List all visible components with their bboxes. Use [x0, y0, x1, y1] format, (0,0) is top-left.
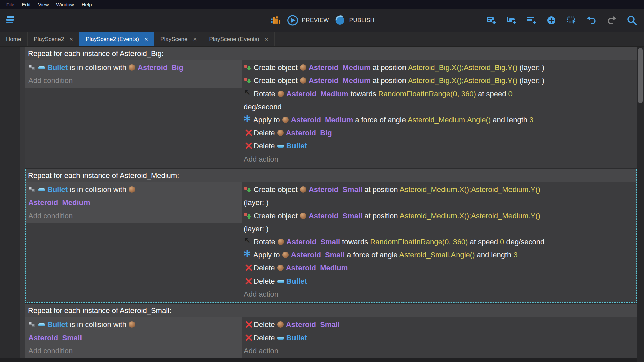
redo-button[interactable]	[606, 14, 618, 26]
build-icon	[270, 15, 282, 26]
menu-edit[interactable]: Edit	[18, 2, 34, 7]
event-repeat-header[interactable]: Repeat for each instance of Asteroid_Med…	[25, 169, 637, 182]
vertical-scrollbar[interactable]	[637, 47, 644, 362]
close-icon[interactable]: ×	[69, 36, 73, 42]
text-segment: at position	[362, 185, 399, 194]
add-circle-button[interactable]	[545, 14, 557, 26]
build-button[interactable]	[270, 14, 282, 26]
asteroid-icon	[300, 186, 306, 193]
event-block-asteroid-small[interactable]: Repeat for each instance of Asteroid_Sma…	[25, 304, 637, 359]
action-row[interactable]: Apply to Asteroid_Medium a force of angl…	[241, 113, 637, 126]
add-action-link[interactable]: Add action	[241, 344, 637, 357]
condition-row[interactable]: Bullet is in collision with Asteroid_Big	[25, 61, 241, 74]
text-segment: Asteroid_Medium	[28, 198, 90, 207]
horizontal-scrollbar[interactable]	[0, 358, 637, 362]
tab-home[interactable]: Home	[0, 32, 28, 46]
text-segment: RandomFloatInRange(0, 360)	[378, 89, 476, 98]
add-comment-icon	[526, 15, 536, 25]
text-segment: Asteroid_Medium.X();Asteroid_Medium.Y()	[399, 185, 540, 194]
close-icon[interactable]: ×	[265, 36, 268, 42]
asteroid-icon	[300, 64, 306, 71]
text-segment: RandomFloatInRange(0, 360)	[370, 238, 468, 246]
action-row[interactable]: Create object Asteroid_Medium at positio…	[241, 74, 637, 87]
delete-icon	[244, 321, 251, 328]
action-row[interactable]: Create object Asteroid_Small at position…	[241, 209, 637, 235]
scrollbar-thumb[interactable]	[638, 48, 643, 103]
text-segment: (layer: )	[517, 63, 544, 72]
undo-button[interactable]	[586, 14, 598, 26]
tab-playscene-events[interactable]: PlayScene (Events) ×	[203, 32, 274, 46]
action-row[interactable]: Delete Bullet	[241, 331, 637, 344]
add-event-button[interactable]	[485, 14, 497, 26]
menu-view[interactable]: View	[34, 2, 52, 7]
rotate-icon	[244, 238, 251, 245]
publish-button[interactable]: PUBLISH	[334, 15, 375, 26]
text-segment: Delete	[254, 142, 277, 150]
close-icon[interactable]: ×	[144, 36, 148, 42]
tab-playscene[interactable]: PlayScene ×	[154, 32, 203, 46]
tab-label: PlayScene (Events)	[209, 36, 259, 43]
main-toolbar: PREVIEW PUBLISH	[0, 9, 644, 32]
action-row[interactable]: Create object Asteroid_Medium at positio…	[241, 61, 637, 74]
publish-label: PUBLISH	[349, 17, 375, 24]
menu-window[interactable]: Window	[52, 2, 77, 7]
event-block-asteroid-medium[interactable]: Repeat for each instance of Asteroid_Med…	[25, 169, 637, 303]
choose-event-button[interactable]	[566, 14, 578, 26]
action-row[interactable]: Rotate Asteroid_Medium towards RandomFlo…	[241, 87, 637, 113]
action-row[interactable]: Delete Asteroid_Big	[241, 126, 637, 139]
text-segment: Asteroid_Medium.Angle()	[408, 116, 491, 124]
text-segment: Asteroid_Medium	[309, 63, 371, 72]
text-segment: 3	[513, 251, 517, 259]
text-segment: Delete	[254, 264, 277, 272]
text-segment: at position	[371, 76, 408, 85]
action-row[interactable]: Rotate Asteroid_Small towards RandomFloa…	[241, 235, 637, 248]
menu-file[interactable]: File	[3, 2, 18, 7]
tab-playscene2[interactable]: PlayScene2 ×	[28, 32, 79, 46]
preview-button[interactable]: PREVIEW	[287, 15, 329, 26]
event-repeat-header[interactable]: Repeat for each instance of Asteroid_Sma…	[25, 304, 637, 317]
text-segment: Asteroid_Big.X();Asteroid_Big.Y()	[408, 76, 517, 85]
text-segment: (layer: )	[244, 225, 269, 233]
action-row[interactable]: Delete Asteroid_Small	[241, 318, 637, 331]
add-event-icon	[486, 15, 496, 25]
add-action-link[interactable]: Add action	[241, 288, 637, 301]
text-segment: Asteroid_Small	[28, 334, 82, 342]
text-segment: is in collision with	[68, 185, 128, 194]
search-button[interactable]	[626, 14, 638, 26]
add-condition-link[interactable]: Add condition	[25, 74, 241, 87]
action-row[interactable]: Apply to Asteroid_Small a force of angle…	[241, 248, 637, 261]
text-segment: Create object	[254, 212, 300, 220]
bullet-icon	[277, 280, 284, 283]
project-manager-button[interactable]	[4, 14, 16, 26]
add-subevent-button[interactable]	[505, 14, 517, 26]
events-sheet: Repeat for each instance of Asteroid_Big…	[0, 47, 644, 362]
choose-event-icon	[567, 15, 577, 25]
asteroid-icon	[278, 90, 284, 97]
action-row[interactable]: Create object Asteroid_Small at position…	[241, 183, 637, 209]
event-repeat-header[interactable]: Repeat for each instance of Asteroid_Big…	[25, 47, 637, 60]
add-condition-link[interactable]: Add condition	[25, 344, 241, 357]
condition-row[interactable]: Bullet is in collision with Asteroid_Sma…	[25, 318, 241, 344]
text-segment: at position	[371, 63, 408, 72]
event-block-asteroid-big[interactable]: Repeat for each instance of Asteroid_Big…	[25, 47, 637, 168]
add-comment-button[interactable]	[525, 14, 537, 26]
condition-row[interactable]: Bullet is in collision with Asteroid_Med…	[25, 183, 241, 209]
menu-help[interactable]: Help	[78, 2, 96, 7]
bullet-icon	[38, 323, 45, 326]
bullet-icon	[38, 188, 45, 191]
action-row[interactable]: Delete Asteroid_Medium	[241, 261, 637, 275]
menu-bar: File Edit View Window Help	[0, 0, 644, 9]
publish-icon	[334, 15, 346, 26]
text-segment: is in collision with	[68, 63, 128, 72]
collision-icon	[29, 321, 36, 328]
tab-playscene2-events[interactable]: PlayScene2 (Events) ×	[79, 32, 154, 46]
action-row[interactable]: Delete Bullet	[241, 275, 637, 288]
close-icon[interactable]: ×	[193, 36, 197, 42]
add-action-link[interactable]: Add action	[241, 153, 637, 166]
text-segment: (layer: )	[517, 76, 544, 85]
delete-icon	[244, 264, 251, 271]
text-segment: 0	[508, 89, 513, 98]
action-row[interactable]: Delete Bullet	[241, 139, 637, 153]
text-segment: Asteroid_Big	[286, 129, 332, 137]
add-condition-link[interactable]: Add condition	[25, 209, 241, 222]
